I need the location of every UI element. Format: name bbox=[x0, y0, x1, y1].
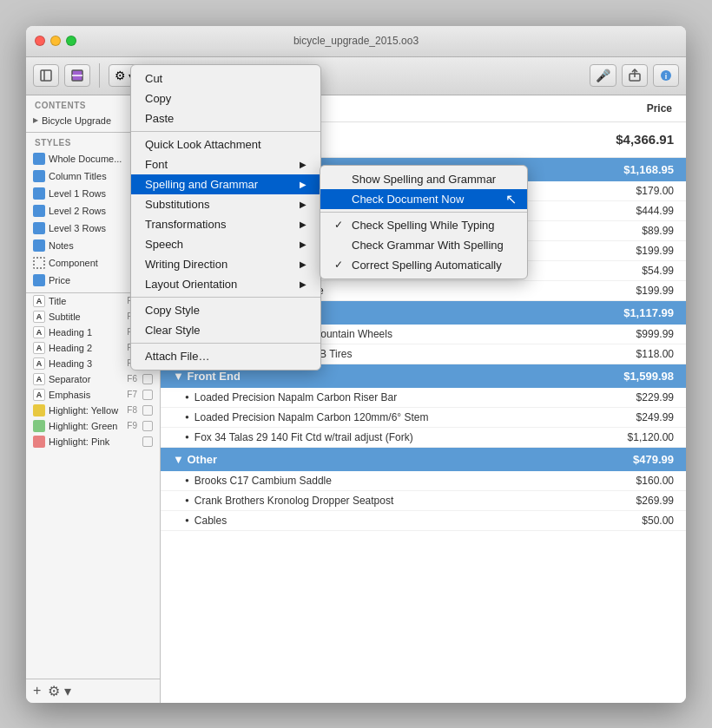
share-button[interactable] bbox=[622, 64, 648, 87]
microphone-button[interactable]: 🎤 bbox=[590, 64, 616, 87]
text-style-icon: A bbox=[33, 373, 45, 385]
section-header-label: ▼ Front End bbox=[173, 370, 241, 383]
submenu-item-correct-auto[interactable]: ✓ Correct Spelling Automatically bbox=[320, 255, 527, 275]
shortcut-label: F7 bbox=[127, 390, 137, 399]
check-icon: ✓ bbox=[334, 219, 346, 231]
text-style-icon: A bbox=[33, 389, 45, 401]
submenu-item-label: Show Spelling and Grammar bbox=[352, 173, 496, 186]
close-button[interactable] bbox=[35, 36, 45, 46]
text-style-icon: A bbox=[33, 295, 45, 307]
menu-item-paste[interactable]: Paste bbox=[131, 108, 320, 128]
style-icon bbox=[33, 170, 45, 182]
text-style-highlight-yellow[interactable]: Highlight: Yellow F8 bbox=[26, 403, 160, 418]
submenu-item-check-now[interactable]: Check Document Now ↖ bbox=[320, 189, 527, 209]
context-menu: Cut Copy Paste Quick Look Attachment Fon… bbox=[130, 64, 321, 371]
text-style-label: Heading 1 bbox=[49, 327, 92, 338]
submenu-separator bbox=[320, 212, 527, 213]
menu-item-speech[interactable]: Speech ▶ bbox=[131, 234, 320, 254]
text-style-highlight-pink[interactable]: Highlight: Pink bbox=[26, 434, 160, 449]
style-checkbox[interactable] bbox=[142, 405, 153, 416]
menu-item-layout[interactable]: Layout Orientation ▶ bbox=[131, 274, 320, 294]
row-price: $54.99 bbox=[642, 265, 674, 277]
submenu-arrow-icon: ▶ bbox=[300, 200, 307, 209]
style-label: Column Titles bbox=[49, 171, 107, 181]
menu-item-label: Font bbox=[145, 158, 168, 171]
menu-item-transformations[interactable]: Transformations ▶ bbox=[131, 214, 320, 234]
style-checkbox[interactable] bbox=[142, 390, 153, 400]
style-checkbox[interactable] bbox=[142, 436, 153, 447]
table-row: ● Brooks C17 Cambium Saddle $160.00 bbox=[161, 471, 686, 491]
menu-item-label: Quick Look Attachment bbox=[145, 138, 261, 151]
menu-item-label: Transformations bbox=[145, 218, 226, 231]
menu-item-copy[interactable]: Copy bbox=[131, 89, 320, 108]
submenu-arrow-icon: ▶ bbox=[300, 220, 307, 229]
menu-item-substitutions[interactable]: Substitutions ▶ bbox=[131, 194, 320, 214]
add-style-button[interactable]: + bbox=[33, 683, 41, 698]
menu-separator bbox=[131, 343, 320, 344]
table-row: ● Fox 34 Talas 29 140 Fit Ctd w/trail ad… bbox=[161, 428, 686, 448]
menu-item-font[interactable]: Font ▶ bbox=[131, 154, 320, 174]
section-header-price: $1,117.99 bbox=[623, 306, 674, 319]
menu-item-label: Spelling and Grammar bbox=[145, 178, 258, 191]
style-label: Level 2 Rows bbox=[49, 206, 106, 216]
style-icon bbox=[33, 187, 45, 200]
submenu-item-show-spelling[interactable]: Show Spelling and Grammar bbox=[320, 169, 527, 189]
style-label: Level 3 Rows bbox=[49, 223, 106, 233]
menu-item-label: Copy bbox=[145, 92, 171, 105]
style-label: Whole Docume... bbox=[49, 154, 122, 164]
minimize-button[interactable] bbox=[50, 36, 61, 46]
section-header-price: $1,168.95 bbox=[623, 163, 674, 176]
bullet-icon: ● bbox=[185, 476, 189, 484]
text-style-highlight-green[interactable]: Highlight: Green F9 bbox=[26, 418, 160, 434]
row-text: Loaded Precision Napalm Carbon Riser Bar bbox=[194, 391, 397, 403]
menu-item-cut[interactable]: Cut bbox=[131, 69, 320, 89]
style-button[interactable] bbox=[64, 64, 90, 87]
info-button[interactable]: i bbox=[653, 64, 679, 87]
submenu-arrow-icon: ▶ bbox=[300, 160, 307, 169]
row-text: Brooks C17 Cambium Saddle bbox=[194, 475, 332, 487]
text-style-label: Emphasis bbox=[49, 390, 90, 400]
text-style-label: Separator bbox=[49, 374, 90, 384]
style-icon bbox=[33, 153, 45, 165]
menu-item-label: Copy Style bbox=[145, 304, 200, 317]
menu-item-label: Attach File… bbox=[145, 350, 209, 363]
row-price: $89.99 bbox=[642, 225, 674, 237]
menu-item-writing-direction[interactable]: Writing Direction ▶ bbox=[131, 254, 320, 274]
submenu-item-check-typing[interactable]: ✓ Check Spelling While Typing bbox=[320, 215, 527, 235]
section-header-price: $479.99 bbox=[633, 453, 674, 466]
style-icon bbox=[33, 257, 45, 269]
text-style-separator[interactable]: A Separator F6 bbox=[26, 371, 160, 387]
menu-item-quicklook[interactable]: Quick Look Attachment bbox=[131, 134, 320, 154]
manage-styles-button[interactable]: ⚙ ▾ bbox=[48, 683, 70, 699]
text-style-icon: A bbox=[33, 342, 45, 354]
menu-item-copy-style[interactable]: Copy Style bbox=[131, 300, 320, 320]
svg-rect-0 bbox=[41, 70, 51, 81]
submenu-item-check-grammar[interactable]: Check Grammar With Spelling bbox=[320, 235, 527, 255]
row-text: Loaded Precision Napalm Carbon 120mm/6° … bbox=[194, 411, 429, 423]
menu-item-clear-style[interactable]: Clear Style bbox=[131, 320, 320, 340]
section-header-other: ▼ Other $479.99 bbox=[161, 448, 686, 471]
microphone-icon: 🎤 bbox=[596, 69, 610, 82]
style-checkbox[interactable] bbox=[142, 374, 153, 384]
text-style-label: Highlight: Yellow bbox=[49, 405, 118, 416]
gear-icon: ⚙ bbox=[115, 69, 126, 82]
row-price: $1,120.00 bbox=[628, 431, 674, 443]
text-style-emphasis[interactable]: A Emphasis F7 bbox=[26, 387, 160, 403]
row-price: $199.99 bbox=[636, 285, 674, 297]
style-label: Level 1 Rows bbox=[49, 188, 106, 199]
submenu-arrow-icon: ▶ bbox=[300, 239, 307, 249]
style-checkbox[interactable] bbox=[142, 421, 153, 431]
text-style-label: Highlight: Pink bbox=[49, 436, 109, 447]
row-price: $199.99 bbox=[636, 245, 674, 257]
menu-item-spelling[interactable]: Spelling and Grammar ▶ bbox=[131, 174, 320, 194]
menu-item-attach-file[interactable]: Attach File… bbox=[131, 346, 320, 366]
bullet-icon: ● bbox=[185, 496, 189, 504]
sidebar-toggle-button[interactable] bbox=[33, 64, 59, 87]
menu-separator bbox=[131, 131, 320, 132]
expand-icon: ▶ bbox=[33, 116, 38, 124]
submenu-item-label: Correct Spelling Automatically bbox=[352, 259, 502, 272]
titlebar: bicycle_upgrade_2015.oo3 bbox=[26, 26, 686, 57]
maximize-button[interactable] bbox=[66, 36, 76, 46]
row-price: $229.99 bbox=[636, 391, 674, 403]
text-style-label: Heading 2 bbox=[49, 343, 92, 353]
